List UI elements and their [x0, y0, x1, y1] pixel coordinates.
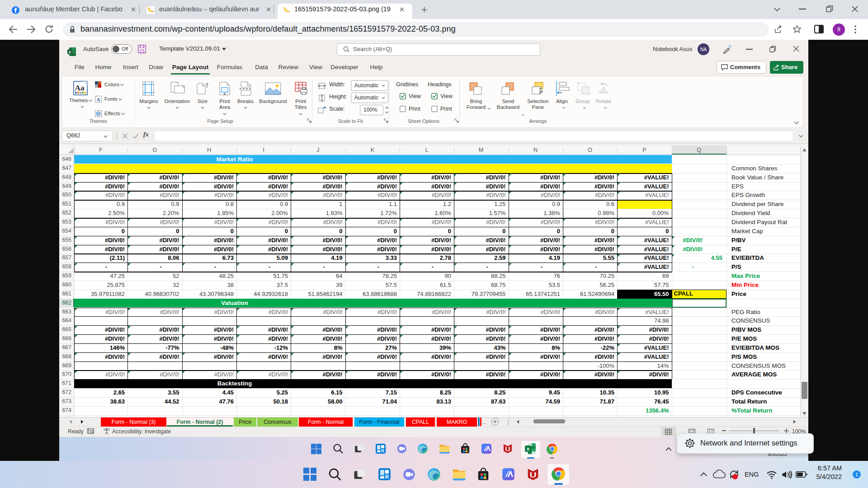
svg-text:Aa: Aa: [75, 84, 85, 92]
svg-text:A: A: [97, 97, 100, 102]
svg-text:x: x: [69, 50, 71, 54]
svg-text:x: x: [527, 446, 529, 451]
